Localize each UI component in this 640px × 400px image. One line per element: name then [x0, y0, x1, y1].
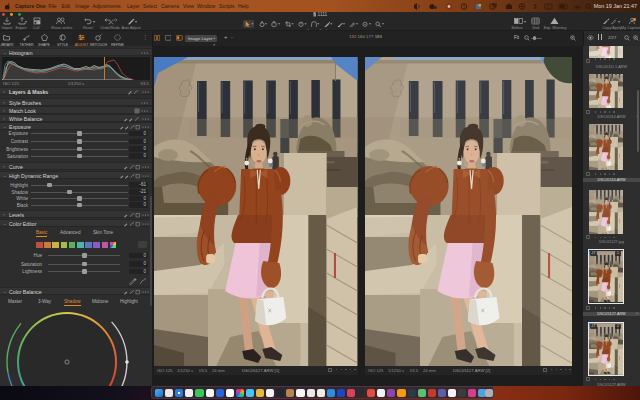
svg-text:V: V	[547, 5, 550, 9]
